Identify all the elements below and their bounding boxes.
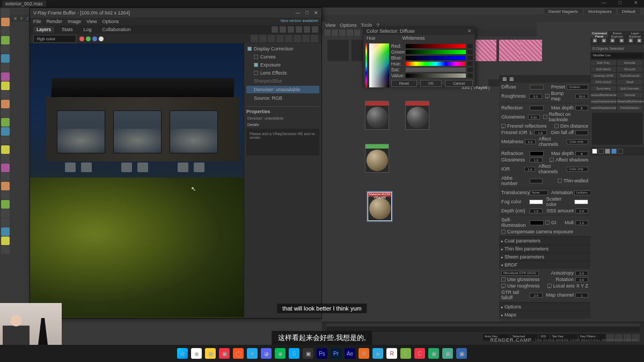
localax-radio[interactable] — [547, 284, 552, 288]
layer-source[interactable]: Source: RGB — [254, 95, 282, 101]
chrome-icon[interactable]: ◉ — [191, 348, 202, 359]
vfb-close-icon[interactable]: ✕ — [314, 10, 318, 16]
rollout-coat[interactable]: ▸ Coat parameters — [499, 237, 590, 245]
tool-icon[interactable] — [1, 237, 10, 245]
app-icon[interactable]: ◈ — [372, 348, 383, 359]
checkbox[interactable] — [254, 71, 258, 75]
mod-btn[interactable]: retopoReplacement — [590, 92, 617, 98]
scatter-swatch[interactable] — [574, 200, 588, 204]
color-swatch[interactable] — [592, 149, 597, 154]
vfb-maximize-icon[interactable]: □ — [306, 10, 309, 16]
color-swatch[interactable] — [611, 149, 617, 154]
abbe-spinner[interactable] — [530, 179, 543, 183]
red-spinner[interactable] — [467, 44, 473, 48]
thin-checkbox[interactable] — [558, 179, 562, 183]
tool-icon[interactable] — [1, 209, 10, 218]
layer-denoiser[interactable]: Denoiser: unavailable — [254, 87, 301, 92]
fior-spinner[interactable]: 1.6 — [534, 130, 547, 135]
rollout-maps[interactable]: ▸ Maps — [499, 311, 590, 319]
workspaces-dropdown[interactable]: Workspaces — [584, 9, 616, 14]
gtr-spinner[interactable]: 2.0 — [530, 293, 543, 298]
tool-icon[interactable] — [1, 182, 10, 190]
layer-lens[interactable]: Lens Effects — [260, 70, 287, 76]
sme-tool-icon[interactable] — [354, 29, 361, 36]
depth-spinner[interactable]: 1.0 — [530, 209, 543, 213]
telegram-icon[interactable]: ✈ — [247, 348, 258, 359]
start-icon[interactable]: ⊞ — [177, 348, 188, 359]
tool-icon[interactable] — [1, 36, 10, 45]
modifier-list-dropdown[interactable]: Modifier List — [591, 53, 643, 58]
tool-icon[interactable] — [1, 100, 10, 108]
sme-tool-icon[interactable] — [332, 29, 338, 36]
layer-display-correction[interactable]: Display Correction — [254, 46, 294, 51]
mod-btn[interactable]: MaterialByElement — [617, 98, 643, 105]
maxdepth-spinner[interactable]: 8 — [575, 106, 588, 110]
channel-g-icon[interactable] — [86, 36, 91, 41]
roughness-spinner[interactable]: 0.0 — [529, 94, 542, 99]
app-icon[interactable]: ◯ — [233, 348, 244, 359]
saturation-field[interactable] — [369, 43, 389, 87]
channel-b-icon[interactable] — [92, 36, 97, 41]
rollout-sheen[interactable]: ▸ Sheen parameters — [499, 253, 590, 261]
diffuse-swatch[interactable] — [530, 85, 544, 90]
affch2-dropdown[interactable]: Color only — [567, 167, 588, 172]
ok-button[interactable]: OK — [420, 80, 442, 87]
ae-icon[interactable]: Ae — [345, 348, 355, 359]
sme-menu-options[interactable]: Options — [340, 23, 356, 28]
param-tool-icon[interactable]: ▦ — [502, 76, 507, 82]
workspace-default[interactable]: Default — [618, 9, 640, 14]
affch-dropdown[interactable]: Color only — [567, 139, 588, 144]
vfb-menu-file[interactable]: File — [33, 19, 41, 24]
checkbox[interactable] — [247, 47, 252, 51]
skype-icon[interactable]: S — [289, 348, 299, 359]
vfb-tab-log[interactable]: Log — [80, 26, 95, 33]
vfb-btn-icon[interactable] — [276, 35, 284, 42]
mod-btn[interactable]: Edit Poly — [590, 60, 617, 66]
vfb-menu-render[interactable]: Render — [47, 19, 63, 24]
cmd-tab[interactable]: Command Panel — [590, 31, 608, 38]
tool-icon[interactable] — [1, 72, 10, 81]
mod-btn[interactable]: Extrude — [617, 60, 643, 66]
user-badge[interactable]: Daniel Nagaets — [544, 9, 582, 14]
tool-icon[interactable] — [1, 118, 10, 127]
checkbox[interactable] — [254, 63, 258, 67]
rgloss-spinner[interactable]: 1.0 — [530, 158, 543, 162]
cmd-icon[interactable]: ▣ — [599, 38, 609, 45]
sme-tool-icon[interactable] — [347, 29, 353, 36]
app-icon[interactable]: ▣ — [456, 348, 467, 359]
reflection-swatch[interactable] — [530, 106, 544, 110]
sme-tool-icon[interactable] — [324, 29, 331, 36]
vfb-tab-layers[interactable]: Layers — [33, 26, 54, 33]
rollout-options[interactable]: ▸ Options — [499, 302, 590, 311]
mult-spinner[interactable]: 1.0 — [575, 220, 588, 225]
material-node[interactable] — [365, 144, 389, 173]
render-viewport[interactable]: ↖ — [30, 43, 244, 318]
color-mode-dropdown[interactable]: Rgb color — [33, 35, 76, 43]
mod-btn[interactable]: Edit Normals — [617, 85, 643, 92]
rollout-brdf[interactable]: ▾ BRDF — [499, 261, 590, 269]
tool-icon[interactable] — [1, 9, 10, 17]
ps-icon[interactable]: Ps — [317, 348, 327, 359]
vfb-btn-icon[interactable] — [311, 35, 318, 42]
hue-spinner[interactable] — [467, 62, 473, 66]
val-spinner[interactable] — [467, 73, 473, 78]
app-icon[interactable]: C — [400, 348, 411, 359]
tool-icon[interactable] — [1, 246, 10, 254]
mod-btn[interactable]: meshDisplacement — [590, 105, 617, 111]
mod-btn[interactable]: vrayDisplacement — [590, 98, 617, 105]
gloss-spinner[interactable]: 0.91 — [528, 115, 540, 120]
sat-slider[interactable] — [406, 68, 466, 72]
material-thumb[interactable] — [499, 40, 521, 61]
new-version-link[interactable]: New version available! — [281, 19, 318, 24]
material-node[interactable] — [405, 101, 429, 130]
mod-btn[interactable]: Edit Mesh — [590, 66, 617, 72]
tool-icon[interactable] — [1, 164, 10, 172]
cmd-tab[interactable]: Scene Explorer — [608, 31, 626, 38]
vfb-tab-collab[interactable]: Collaboration — [99, 26, 134, 33]
rmd-spinner[interactable]: 8 — [575, 151, 588, 156]
file-tab[interactable]: exterior_002.max — [2, 1, 46, 7]
mod-btn[interactable]: Unwrap UVW — [590, 72, 617, 79]
xyz-label[interactable]: X Y Z — [576, 283, 588, 289]
vfb-minimize-icon[interactable]: — — [296, 10, 301, 16]
tool-icon[interactable] — [1, 18, 10, 26]
